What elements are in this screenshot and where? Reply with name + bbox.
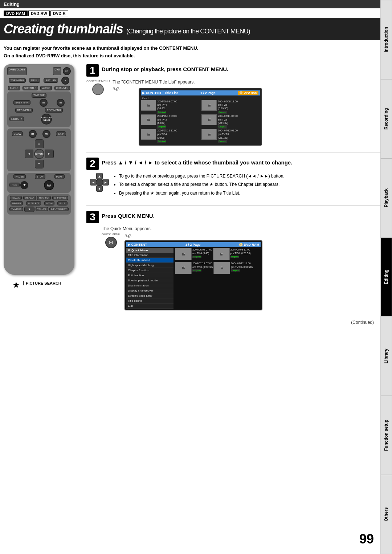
screen-item-004: 🎬 2004/07/11 07:00 am TV:8 (0:54:30) Ori… xyxy=(201,114,260,129)
open-close-btn[interactable]: OPEN/CLOSE xyxy=(7,67,27,75)
power-btn[interactable]: I/O xyxy=(63,67,71,75)
dpad-up-btn[interactable]: ▲ xyxy=(35,139,44,148)
qm-item-create-thumb[interactable]: Create thumbnail xyxy=(126,258,173,263)
item-004-info: 2004/07/11 07:00 am TV:8 (0:54:30) Origi… xyxy=(218,114,238,129)
menu-btn[interactable]: MENU xyxy=(29,78,40,83)
tab-playback[interactable]: Playback xyxy=(380,158,392,237)
qm-thumb-3: 🎬 xyxy=(175,262,192,274)
display-btn[interactable]: DISPLAY xyxy=(23,196,36,200)
tab-introduction[interactable]: Introduction xyxy=(380,0,392,79)
qm-item-disc[interactable]: Disc information xyxy=(126,283,173,288)
qm-item-title-delete[interactable]: Title delete xyxy=(126,298,173,304)
qm-item-display[interactable]: Display changeover xyxy=(126,288,173,293)
slow-row: SLOW ⏮ ⏭ SKIP xyxy=(9,130,69,138)
qm-item-special[interactable]: Special playback mode xyxy=(126,278,173,283)
step-1-screen: ▶ CONTENT Title List 1 / 2 Page 📀 DVD-RA… xyxy=(139,88,262,146)
qm-item-page-jump[interactable]: Specific page jump xyxy=(126,293,173,298)
step-1-number: 1 xyxy=(86,64,99,77)
inputselect-btn[interactable]: INPUT SELECT xyxy=(49,207,69,211)
dpad-illus-right: ► xyxy=(102,179,109,186)
qm-thumb-row-2: 🎬 2004/06/08 11:00 pm TV:6 (0:29:50) Ori… xyxy=(213,248,251,260)
timebar-btn[interactable]: TIME BAR xyxy=(37,196,51,200)
step-1-eg-row: CONTENT MENU The "CONTENT MENU Title Lis… xyxy=(86,80,388,148)
content-menu-btn[interactable]: CONTENTMENU xyxy=(41,114,52,125)
quick-menu-btn[interactable]: ⊛ xyxy=(44,180,54,190)
continued-label: (Continued) xyxy=(351,320,374,325)
page-title: Creating thumbnails (Changing the pictur… xyxy=(4,21,388,37)
star-btn[interactable]: ★ xyxy=(20,181,28,189)
slow-btn[interactable]: SLOW xyxy=(12,131,23,136)
library-btn[interactable]: LIBRARY xyxy=(9,117,24,121)
qm-header-page: 1 / 2 Page xyxy=(185,243,201,247)
screen-page: 1 / 2 Page xyxy=(200,91,216,95)
remain-btn[interactable]: REMAIN xyxy=(10,196,22,200)
qm-illus-label: QUICK MENU xyxy=(102,233,120,236)
step-3-right: e.g. ▶ CONTENT 1 / 2 Page 📀 DVD-RAM xyxy=(124,233,388,310)
top-bar: Editing xyxy=(0,0,392,8)
step-2-bullet-1: To go to the next or previous page, pres… xyxy=(119,173,285,180)
qm-item-chapter[interactable]: Chapter function xyxy=(126,268,173,273)
step-2-content: ▲ ▼ ◄ ► To go to the next or previous pa… xyxy=(86,173,388,198)
dpad-down-btn[interactable]: ▼ xyxy=(35,160,44,168)
tab-library[interactable]: Library xyxy=(380,317,392,396)
channel-btn[interactable]: CHANNEL xyxy=(54,86,70,90)
remote-top-row: OPEN/CLOSE DVD I/O xyxy=(7,67,71,75)
up-btn[interactable]: ▲ xyxy=(61,77,69,85)
qm-thumbs: 🎬 2004/06/08 07:00 am TV:4 (3:45) Origin… xyxy=(175,248,261,274)
tab-recording[interactable]: Recording xyxy=(380,79,392,158)
dpad-left-btn[interactable]: ◄ xyxy=(25,150,33,158)
continued-text: (Continued) xyxy=(0,320,392,328)
step-3-note: The Quick Menu appears. xyxy=(102,226,388,231)
thumb-004: 🎬 xyxy=(201,114,217,125)
step-2-bullets: To go to the next or previous page, pres… xyxy=(113,173,285,198)
tab-others[interactable]: Others xyxy=(380,475,392,554)
pip-btn[interactable]: P in P xyxy=(57,201,68,205)
pause-btn[interactable]: PAUSE xyxy=(13,174,25,179)
top-menu-btn[interactable]: TOP MENU xyxy=(9,78,26,83)
tvvideo-btn[interactable]: TV/VIDEO xyxy=(9,207,23,211)
item-003-info: 2004/06/12 09:00 am TV:3 (52:40) Origina… xyxy=(157,114,177,129)
screen-dvd-badge: 📀 DVD-RAM xyxy=(238,91,258,95)
dimmer-btn[interactable]: DIMMER xyxy=(11,201,23,205)
flselect-btn[interactable]: FL SELECT xyxy=(26,201,41,205)
instant-skip-btn[interactable]: ⏭ xyxy=(57,99,65,107)
picture-search-label: PICTURE SEARCH xyxy=(23,281,61,285)
qm-thumb-1-info: 2004/06/08 07:00 am TV:4 (3:45) Original xyxy=(192,248,212,260)
qm-header: ▶ CONTENT 1 / 2 Page 📀 DVD-RAM xyxy=(126,242,261,247)
qm-item-edit[interactable]: Edit function xyxy=(126,273,173,278)
format-dvd-ram: DVD-RAM xyxy=(4,11,28,16)
tab-editing[interactable]: Editing xyxy=(380,237,392,317)
description: You can register your favorite scene as … xyxy=(0,45,392,64)
play-btn[interactable]: PLAY xyxy=(54,174,65,179)
dpad: ▲ ▼ ◄ ► ENTER xyxy=(25,139,54,168)
dvd-btn[interactable]: DVD xyxy=(53,67,61,75)
edit-menu-btn[interactable]: EDIT MENU xyxy=(45,108,62,113)
stop-btn[interactable]: STOP xyxy=(35,174,45,179)
skip-btn[interactable]: SKIP xyxy=(56,131,66,136)
qm-item-high-speed[interactable]: High speed dubbing xyxy=(126,263,173,268)
step-3-eg-row: QUICK MENU ⊛ e.g. ▶ CONTENT 1 / 2 Page 📀… xyxy=(102,233,388,310)
rec-menu-btn[interactable]: REC MENU xyxy=(15,108,32,113)
dpad-right-btn[interactable]: ► xyxy=(45,150,54,158)
qm-thumb-4: 🎬 xyxy=(213,262,230,274)
prev-btn[interactable]: ⏮ xyxy=(29,130,37,138)
angle-btn[interactable]: ANGLE xyxy=(8,86,20,90)
rec-btn[interactable]: REC xyxy=(9,183,20,187)
audio-btn[interactable]: AUDIO xyxy=(40,86,52,90)
easy-navi-btn[interactable]: EASY NAVI xyxy=(13,100,30,105)
eg-label-1: e.g. xyxy=(113,86,120,91)
zoom-btn[interactable]: ZOOM xyxy=(44,201,54,205)
next-btn[interactable]: ⏭ xyxy=(42,130,50,138)
qm-item-exit[interactable]: Exit xyxy=(126,304,173,309)
tab-function-setup[interactable]: Function setup xyxy=(380,396,392,475)
volume-btn[interactable]: VOLUME xyxy=(36,207,48,211)
timesup-btn[interactable]: TIMESUP xyxy=(32,93,46,98)
instant-replay-btn[interactable]: ⏮ xyxy=(40,99,48,107)
channel-down-btn[interactable]: ▼ xyxy=(24,207,34,212)
step-1-note: The "CONTENT MENU Title List" appears. xyxy=(113,80,388,85)
chpdivide-btn[interactable]: CHP DIVIDE xyxy=(52,196,68,200)
dpad-enter-btn[interactable]: ENTER xyxy=(34,149,44,159)
return-btn[interactable]: RETURN xyxy=(44,78,58,83)
qm-item-title-info[interactable]: Title information xyxy=(126,253,173,258)
subtitle-btn[interactable]: SUBTITLE xyxy=(23,86,38,90)
